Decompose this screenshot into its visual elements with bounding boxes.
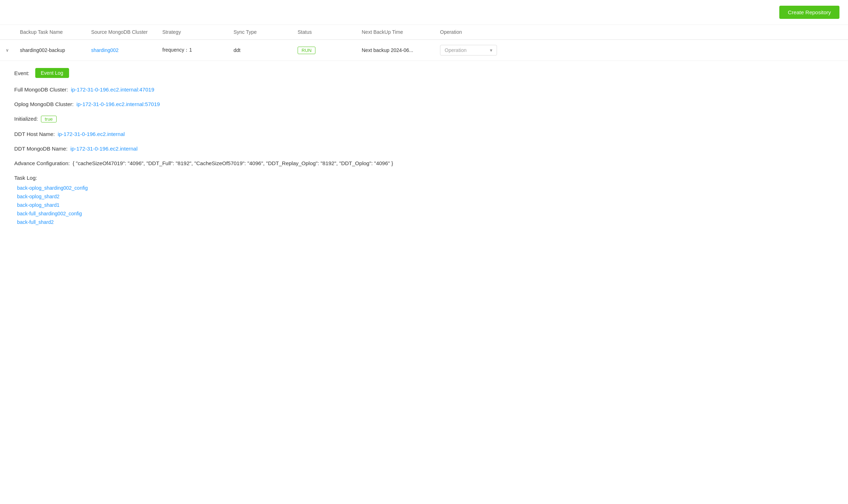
full-mongodb-cluster-value[interactable]: ip-172-31-0-196.ec2.internal:47019 xyxy=(71,86,154,93)
header-backup-task-name: Backup Task Name xyxy=(20,29,91,35)
dropdown-chevron-icon: ▾ xyxy=(490,47,492,53)
strategy-cell: frequency：1 xyxy=(162,47,234,53)
task-log-item[interactable]: back-oplog_sharding002_config xyxy=(14,185,834,191)
header-next-backup-time: Next BackUp Time xyxy=(362,29,440,35)
initialized-label: Initialized: xyxy=(14,116,38,122)
task-log-item[interactable]: back-full_shard2 xyxy=(14,219,834,225)
header-operation: Operation xyxy=(440,29,504,35)
operation-dropdown-cell[interactable]: Operation ▾ xyxy=(440,45,504,56)
advance-config-row: Advance Configuration: { "cacheSizeOf470… xyxy=(14,160,834,166)
header-status: Status xyxy=(298,29,362,35)
full-mongodb-cluster-label: Full MongoDB Cluster: xyxy=(14,86,68,93)
table-row: ∨ sharding002-backup sharding002 frequen… xyxy=(0,40,848,61)
advance-config-value: { "cacheSizeOf47019": "4096", "DDT_Full"… xyxy=(73,160,393,166)
initialized-row: Initialized: true xyxy=(14,116,834,122)
ddt-host-name-row: DDT Host Name: ip-172-31-0-196.ec2.inter… xyxy=(14,131,834,137)
top-bar: Create Repository xyxy=(0,0,848,25)
status-badge: RUN xyxy=(298,47,315,54)
oplog-mongodb-cluster-value[interactable]: ip-172-31-0-196.ec2.internal:57019 xyxy=(77,101,160,107)
next-backup-cell: Next backup 2024-06... xyxy=(362,47,440,53)
cluster-link[interactable]: sharding002 xyxy=(91,47,162,53)
advance-config-label: Advance Configuration: xyxy=(14,160,70,166)
header-sync-type: Sync Type xyxy=(234,29,298,35)
header-expand xyxy=(6,29,20,35)
operation-dropdown-label: Operation xyxy=(445,47,466,53)
ddt-host-name-label: DDT Host Name: xyxy=(14,131,55,137)
ddt-mongodb-name-label: DDT MongoDB Name: xyxy=(14,146,68,152)
initialized-badge: true xyxy=(41,116,57,122)
sync-type-cell: ddt xyxy=(234,47,298,53)
task-log-items: back-oplog_sharding002_configback-oplog_… xyxy=(14,185,834,225)
task-log-section: Task Log: back-oplog_sharding002_configb… xyxy=(14,175,834,225)
strategy-value: 1 xyxy=(189,47,192,53)
ddt-mongodb-name-row: DDT MongoDB Name: ip-172-31-0-196.ec2.in… xyxy=(14,146,834,152)
strategy-label: frequency： xyxy=(162,47,189,53)
task-log-title: Task Log: xyxy=(14,175,834,181)
oplog-mongodb-cluster-row: Oplog MongoDB Cluster: ip-172-31-0-196.e… xyxy=(14,101,834,107)
event-log-button[interactable]: Event Log xyxy=(35,68,69,78)
expanded-section: Event: Event Log Full MongoDB Cluster: i… xyxy=(0,61,848,241)
task-name: sharding002-backup xyxy=(20,47,91,53)
ddt-mongodb-name-value[interactable]: ip-172-31-0-196.ec2.internal xyxy=(70,146,137,152)
event-label: Event: xyxy=(14,70,30,76)
table-header: Backup Task Name Source MongoDB Cluster … xyxy=(0,25,848,40)
operation-dropdown[interactable]: Operation ▾ xyxy=(440,45,497,56)
oplog-mongodb-cluster-label: Oplog MongoDB Cluster: xyxy=(14,101,74,107)
task-log-item[interactable]: back-oplog_shard2 xyxy=(14,194,834,199)
status-cell: RUN xyxy=(298,47,362,54)
header-source-mongodb-cluster: Source MongoDB Cluster xyxy=(91,29,162,35)
ddt-host-name-value[interactable]: ip-172-31-0-196.ec2.internal xyxy=(58,131,125,137)
expand-chevron[interactable]: ∨ xyxy=(6,48,20,53)
create-repository-button[interactable]: Create Repository xyxy=(779,6,839,19)
full-mongodb-cluster-row: Full MongoDB Cluster: ip-172-31-0-196.ec… xyxy=(14,86,834,93)
header-strategy: Strategy xyxy=(162,29,234,35)
task-log-item[interactable]: back-full_sharding002_config xyxy=(14,211,834,216)
task-log-item[interactable]: back-oplog_shard1 xyxy=(14,202,834,208)
event-row: Event: Event Log xyxy=(14,68,834,78)
cluster-anchor[interactable]: sharding002 xyxy=(91,47,119,53)
